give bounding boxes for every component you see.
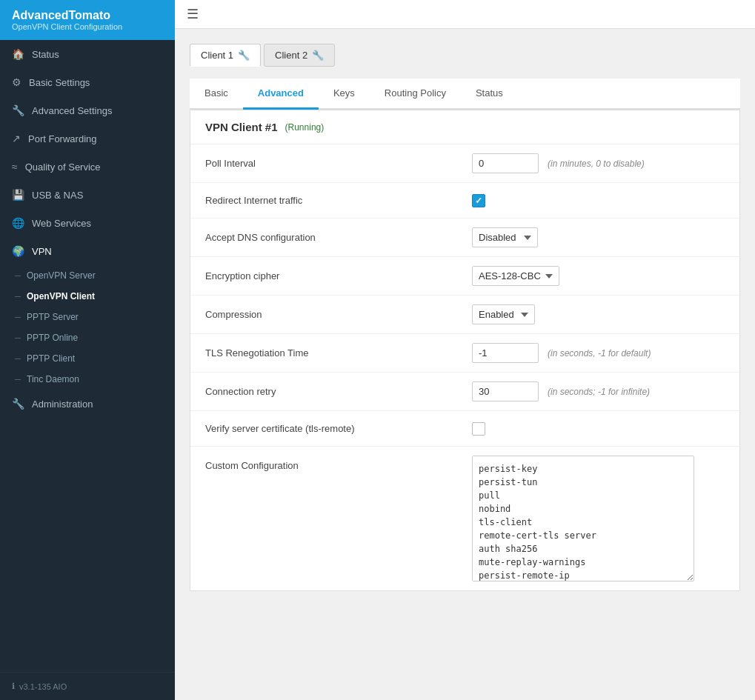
sidebar-item-advanced-settings[interactable]: 🔧 Advanced Settings xyxy=(0,96,175,124)
qos-icon: ≈ xyxy=(12,161,18,173)
sidebar-item-web-services[interactable]: 🌐 Web Services xyxy=(0,209,175,237)
running-badge: (Running) xyxy=(285,122,325,133)
accept-dns-select[interactable]: Disabled Strict Relaxed Exclusive xyxy=(472,227,538,247)
encryption-cipher-label: Encryption cipher xyxy=(205,270,472,281)
connection-retry-label: Connection retry xyxy=(205,386,472,397)
client1-label: Client 1 xyxy=(201,50,233,61)
wrench-icon: 🔧 xyxy=(12,104,24,116)
sidebar-item-usb-nas[interactable]: 💾 USB & NAS xyxy=(0,181,175,209)
setting-redirect-internet: Redirect Internet traffic xyxy=(190,183,739,219)
panel-title-text: VPN Client #1 xyxy=(205,121,278,133)
sidebar-item-status[interactable]: 🏠 Status xyxy=(0,40,175,68)
verify-server-cert-checkbox[interactable] xyxy=(472,422,485,436)
sidebar-item-pptp-client[interactable]: PPTP Client xyxy=(0,348,175,369)
encryption-cipher-control: AES-128-CBC AES-256-CBC Blowfish None xyxy=(472,266,559,286)
tab-routing-policy[interactable]: Routing Policy xyxy=(370,79,461,110)
sidebar-item-qos[interactable]: ≈ Quality of Service xyxy=(0,153,175,181)
sidebar-header[interactable]: AdvancedTomato OpenVPN Client Configurat… xyxy=(0,0,175,40)
settings-panel: VPN Client #1 (Running) Poll Interval (i… xyxy=(190,110,740,591)
connection-retry-control: (in seconds; -1 for infinite) xyxy=(472,381,650,401)
client-tabs: Client 1 🔧 Client 2 🔧 xyxy=(190,44,740,67)
redirect-internet-control xyxy=(472,194,485,207)
admin-icon: 🔧 xyxy=(12,398,24,410)
accept-dns-label: Accept DNS configuration xyxy=(205,232,472,243)
sidebar-item-tinc-daemon[interactable]: Tinc Daemon xyxy=(0,369,175,390)
client2-icon: 🔧 xyxy=(312,50,324,61)
panel-title: VPN Client #1 (Running) xyxy=(190,110,739,144)
sidebar-footer: ℹ v3.1-135 AIO xyxy=(0,672,175,700)
vpn-icon: 🌍 xyxy=(12,245,24,257)
sidebar-item-port-forwarding[interactable]: ↗ Port Forwarding xyxy=(0,124,175,153)
custom-config-label: Custom Configuration xyxy=(205,456,472,471)
main-area: ☰ Client 1 🔧 Client 2 🔧 Basic Advanced K… xyxy=(175,0,755,700)
sidebar-item-qos-label: Quality of Service xyxy=(25,161,101,173)
connection-retry-hint: (in seconds; -1 for infinite) xyxy=(548,387,650,397)
sidebar-item-vpn-label: VPN xyxy=(32,246,52,257)
tls-renegotiation-hint: (in seconds, -1 for default) xyxy=(548,348,651,359)
tls-renegotiation-input[interactable] xyxy=(472,343,539,363)
sidebar-item-usb-nas-label: USB & NAS xyxy=(32,190,83,201)
app-subtitle: OpenVPN Client Configuration xyxy=(12,22,163,31)
connection-retry-input[interactable] xyxy=(472,381,539,401)
encryption-cipher-select[interactable]: AES-128-CBC AES-256-CBC Blowfish None xyxy=(472,266,559,286)
custom-config-control: persist-key persist-tun pull nobind tls-… xyxy=(472,456,694,581)
compression-control: Enabled Disabled Adaptive xyxy=(472,304,535,324)
poll-interval-input[interactable] xyxy=(472,153,539,173)
compression-select[interactable]: Enabled Disabled Adaptive xyxy=(472,304,535,324)
version-label: v3.1-135 AIO xyxy=(19,682,67,691)
sidebar-nav: 🏠 Status ⚙ Basic Settings 🔧 Advanced Set… xyxy=(0,40,175,672)
setting-accept-dns: Accept DNS configuration Disabled Strict… xyxy=(190,219,739,257)
sidebar-item-openvpn-server[interactable]: OpenVPN Server xyxy=(0,265,175,286)
setting-encryption-cipher: Encryption cipher AES-128-CBC AES-256-CB… xyxy=(190,257,739,296)
sidebar-item-advanced-settings-label: Advanced Settings xyxy=(32,105,112,116)
compression-label: Compression xyxy=(205,309,472,320)
setting-verify-server-cert: Verify server certificate (tls-remote) xyxy=(190,411,739,447)
setting-connection-retry: Connection retry (in seconds; -1 for inf… xyxy=(190,373,739,411)
usb-icon: 💾 xyxy=(12,189,24,201)
sidebar-item-basic-settings[interactable]: ⚙ Basic Settings xyxy=(0,68,175,96)
sidebar-item-pptp-server[interactable]: PPTP Server xyxy=(0,307,175,327)
sidebar-item-port-forwarding-label: Port Forwarding xyxy=(28,133,96,144)
verify-server-cert-control xyxy=(472,422,485,436)
poll-interval-control: (in minutes, 0 to disable) xyxy=(472,153,645,173)
setting-compression: Compression Enabled Disabled Adaptive xyxy=(190,296,739,334)
custom-config-textarea[interactable]: persist-key persist-tun pull nobind tls-… xyxy=(472,456,694,581)
client-tab-2[interactable]: Client 2 🔧 xyxy=(264,44,335,67)
sidebar-item-administration[interactable]: 🔧 Administration xyxy=(0,390,175,418)
sidebar-item-vpn[interactable]: 🌍 VPN xyxy=(0,237,175,265)
topbar: ☰ xyxy=(175,0,755,29)
poll-interval-label: Poll Interval xyxy=(205,158,472,169)
sidebar: AdvancedTomato OpenVPN Client Configurat… xyxy=(0,0,175,700)
client1-icon: 🔧 xyxy=(238,50,250,61)
section-tabs: Basic Advanced Keys Routing Policy Statu… xyxy=(190,79,740,110)
info-icon: ℹ xyxy=(12,681,15,691)
tab-advanced[interactable]: Advanced xyxy=(243,79,319,110)
sidebar-item-openvpn-client[interactable]: OpenVPN Client xyxy=(0,286,175,307)
client2-label: Client 2 xyxy=(275,50,307,61)
globe-icon: 🌐 xyxy=(12,217,24,229)
forward-icon: ↗ xyxy=(12,133,21,144)
vpn-submenu: OpenVPN Server OpenVPN Client PPTP Serve… xyxy=(0,265,175,390)
setting-custom-config: Custom Configuration persist-key persist… xyxy=(190,447,739,590)
settings-icon: ⚙ xyxy=(12,76,21,88)
sidebar-item-status-label: Status xyxy=(32,49,59,60)
sidebar-item-web-services-label: Web Services xyxy=(32,218,91,229)
poll-interval-hint: (in minutes, 0 to disable) xyxy=(548,159,645,169)
tab-status[interactable]: Status xyxy=(461,79,518,110)
hamburger-menu[interactable]: ☰ xyxy=(187,6,199,22)
tls-renegotiation-control: (in seconds, -1 for default) xyxy=(472,343,651,363)
accept-dns-control: Disabled Strict Relaxed Exclusive xyxy=(472,227,538,247)
home-icon: 🏠 xyxy=(12,48,24,60)
app-title: AdvancedTomato xyxy=(12,9,163,22)
setting-tls-renegotiation: TLS Renegotiation Time (in seconds, -1 f… xyxy=(190,334,739,373)
sidebar-item-pptp-online[interactable]: PPTP Online xyxy=(0,327,175,348)
tab-basic[interactable]: Basic xyxy=(190,79,243,110)
content-area: Client 1 🔧 Client 2 🔧 Basic Advanced Key… xyxy=(175,29,755,700)
sidebar-item-basic-settings-label: Basic Settings xyxy=(29,77,90,88)
redirect-internet-checkbox[interactable] xyxy=(472,194,485,207)
redirect-internet-label: Redirect Internet traffic xyxy=(205,195,472,206)
client-tab-1[interactable]: Client 1 🔧 xyxy=(190,44,261,67)
setting-poll-interval: Poll Interval (in minutes, 0 to disable) xyxy=(190,144,739,183)
verify-server-cert-label: Verify server certificate (tls-remote) xyxy=(205,423,472,434)
tab-keys[interactable]: Keys xyxy=(319,79,370,110)
